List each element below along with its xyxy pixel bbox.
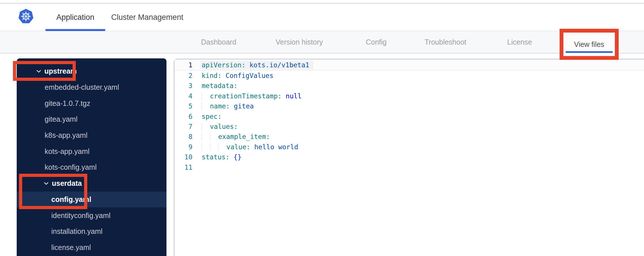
code-line-content: metadata: — [202, 82, 238, 89]
nav-item-label: Dashboard — [201, 38, 236, 46]
app-header: Application Cluster Management — [0, 4, 644, 31]
token-kw: null — [282, 92, 302, 100]
code-line[interactable]: 4 creationTimestamp: null — [175, 91, 644, 101]
tab-config[interactable]: Config — [366, 31, 387, 53]
code-line[interactable]: 10 status: {} — [175, 152, 644, 162]
line-number: 6 — [175, 113, 192, 120]
tree-item-label: upstream — [44, 67, 77, 75]
token-key: example_item: — [218, 133, 270, 140]
token-key: value: — [226, 143, 250, 151]
file-embedded-cluster-yaml[interactable]: embedded-cluster.yaml — [17, 79, 166, 95]
token-key: name: — [210, 102, 230, 110]
code-line[interactable]: 11 — [175, 162, 644, 172]
code-line-content: name: gitea — [202, 102, 254, 110]
code-line[interactable]: 1 apiVersion: kots.io/v1beta1 — [175, 60, 644, 70]
file-tree-sidebar: upstream embedded-cluster.yaml gitea-1.0… — [17, 58, 166, 256]
tree-item-label: config.yaml — [51, 195, 91, 204]
code-line-content: values: — [202, 123, 238, 130]
tab-version-history[interactable]: Version history — [276, 31, 323, 53]
app-nav-bar: Dashboard Version history Config Trouble… — [0, 31, 644, 54]
file-gitea-1-0-7-tgz[interactable]: gitea-1.0.7.tgz — [17, 95, 166, 111]
token-key: status: — [202, 153, 230, 161]
code-line[interactable]: 9 value: hello world — [175, 142, 644, 152]
code-line-content: status: {} — [202, 153, 241, 161]
code-line-content: spec: — [202, 113, 221, 120]
code-line[interactable]: 3 metadata: — [175, 81, 644, 91]
token-key: values: — [210, 123, 238, 130]
tab-view-files[interactable]: View files — [563, 33, 615, 56]
file-installation-yaml[interactable]: installation.yaml — [17, 223, 166, 240]
line-number: 5 — [175, 102, 192, 110]
active-tab-underline — [566, 51, 613, 53]
header-tab-label: Cluster Management — [111, 13, 183, 22]
header-tab-cluster-management[interactable]: Cluster Management — [111, 4, 183, 31]
token-val: kots.io/v1beta1 — [245, 61, 309, 69]
tab-view-files-label: View files — [574, 40, 604, 49]
file-k8s-app-yaml[interactable]: k8s-app.yaml — [17, 127, 166, 144]
tree-item-label: k8s-app.yaml — [45, 131, 88, 140]
tree-item-label: installation.yaml — [51, 227, 103, 236]
indent-guide — [202, 143, 210, 151]
line-number: 10 — [175, 153, 192, 161]
code-line-content: value: hello world — [202, 143, 298, 151]
code-line-content: example_item: — [202, 133, 270, 140]
code-line-content: apiVersion: kots.io/v1beta1 — [202, 61, 313, 69]
indent-guide — [202, 92, 210, 100]
code-line-content: creationTimestamp: null — [202, 92, 302, 100]
token-key: creationTimestamp: — [210, 92, 282, 100]
line-number: 2 — [175, 72, 192, 79]
token-val: ConfigValues — [221, 72, 273, 79]
tree-item-label: license.yaml — [51, 243, 91, 252]
indent-guide — [202, 102, 210, 110]
header-tab-bar: Application Cluster Management — [0, 4, 644, 31]
line-number: 9 — [175, 143, 192, 151]
tab-troubleshoot[interactable]: Troubleshoot — [425, 31, 466, 53]
indent-guide — [202, 123, 210, 130]
folder-userdata[interactable]: userdata — [17, 175, 166, 192]
header-tab-label: Application — [56, 13, 94, 22]
indent-guide — [202, 133, 210, 140]
line-number: 3 — [175, 82, 192, 89]
tab-license[interactable]: License — [507, 31, 532, 53]
file-kots-app-yaml[interactable]: kots-app.yaml — [17, 143, 166, 159]
token-key: spec: — [202, 113, 221, 120]
line-number: 8 — [175, 133, 192, 140]
tree-item-label: gitea.yaml — [45, 115, 77, 123]
tree-item-label: kots-app.yaml — [45, 147, 90, 156]
folder-upstream[interactable]: upstream — [17, 63, 166, 79]
tree-item-label: kots-config.yaml — [45, 163, 97, 171]
nav-item-label: Troubleshoot — [425, 38, 466, 46]
token-key: kind: — [202, 72, 221, 79]
tree-item-label: embedded-cluster.yaml — [45, 83, 119, 91]
token-val: hello world — [250, 143, 298, 151]
line-number: 11 — [175, 164, 192, 171]
code-line[interactable]: 5 name: gitea — [175, 101, 644, 111]
tree-item-label: identityconfig.yaml — [51, 211, 111, 220]
indent-guide — [210, 143, 218, 151]
chevron-down-icon[interactable] — [36, 68, 42, 74]
chevron-down-icon[interactable] — [43, 180, 49, 186]
indent-guide — [210, 133, 218, 140]
token-br: {} — [230, 153, 242, 161]
token-key: apiVersion: — [202, 61, 245, 69]
nav-item-label: License — [507, 38, 532, 46]
file-gitea-yaml[interactable]: gitea.yaml — [17, 111, 166, 127]
yaml-editor[interactable]: 1 apiVersion: kots.io/v1beta1 2 kind: Co… — [174, 59, 644, 256]
tab-dashboard[interactable]: Dashboard — [201, 31, 236, 53]
header-tab-application[interactable]: Application — [46, 4, 105, 31]
code-line[interactable]: 2 kind: ConfigValues — [175, 70, 644, 81]
tree-item-label: gitea-1.0.7.tgz — [45, 99, 90, 108]
file-identityconfig-yaml[interactable]: identityconfig.yaml — [17, 207, 166, 223]
code-line[interactable]: 8 example_item: — [175, 132, 644, 142]
file-kots-config-yaml[interactable]: kots-config.yaml — [17, 159, 166, 175]
indent-guide — [218, 143, 226, 151]
nav-item-label: Version history — [276, 38, 323, 46]
code-line[interactable]: 6 spec: — [175, 111, 644, 121]
file-license-yaml[interactable]: license.yaml — [17, 240, 166, 256]
tree-item-label: userdata — [52, 179, 82, 188]
line-number: 1 — [175, 61, 192, 69]
active-tab-underline — [46, 29, 105, 31]
code-line[interactable]: 7 values: — [175, 121, 644, 131]
file-config-yaml[interactable]: config.yaml — [17, 192, 166, 208]
token-key: metadata: — [202, 82, 238, 89]
